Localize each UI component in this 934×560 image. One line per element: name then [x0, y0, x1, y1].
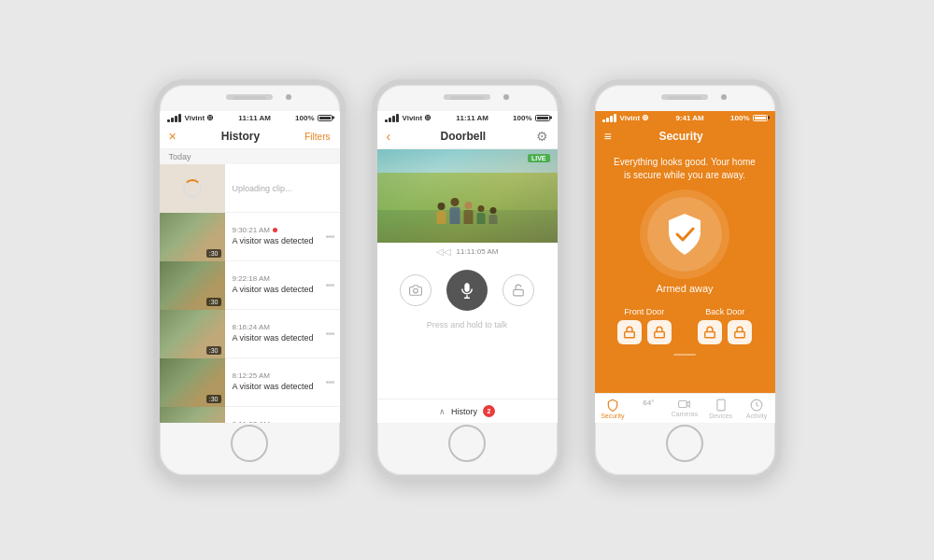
back-button[interactable]: ‹: [387, 129, 391, 144]
recording-dot: [273, 228, 277, 232]
person-figure: [477, 205, 486, 224]
front-door-lock-2[interactable]: [647, 320, 672, 344]
front-door-lock-1[interactable]: [617, 320, 642, 344]
list-item[interactable]: :30 9:30:21 AM A visitor was detected: [160, 213, 340, 261]
item-options[interactable]: [326, 310, 340, 357]
menu-button[interactable]: ≡: [604, 129, 612, 144]
doorbell-controls: [377, 260, 558, 320]
svg-rect-5: [625, 331, 635, 337]
person-figure: [437, 203, 446, 224]
battery-fill: [755, 117, 766, 119]
people-figures: [437, 198, 498, 224]
item-options[interactable]: [326, 213, 340, 260]
camera-button[interactable]: [400, 274, 432, 306]
security-divider: [595, 350, 775, 359]
list-item[interactable]: :30 8:12:25 AM A visitor was detected: [160, 358, 340, 407]
time-label: 9:41 AM: [675, 114, 703, 122]
list-item[interactable]: Uploading clip...: [160, 164, 340, 213]
unlock-button[interactable]: [502, 274, 534, 306]
svg-rect-9: [679, 401, 687, 408]
uploading-text: Uploading clip...: [233, 184, 333, 193]
back-door-group: Back Door: [698, 307, 752, 344]
thermostat-tab-icon: 64°: [643, 399, 654, 407]
microphone-button[interactable]: [446, 270, 488, 311]
phones-container: Vivint ⊕ 11:11 AM 100% × History Filters…: [154, 79, 781, 481]
status-bar-security: Vivint ⊕ 9:41 AM 100%: [595, 111, 775, 124]
history-phone: Vivint ⊕ 11:11 AM 100% × History Filters…: [154, 79, 346, 481]
duration-badge: :30: [206, 346, 221, 355]
activity-tab-icon: [750, 399, 763, 412]
tab-activity[interactable]: Activity: [739, 394, 775, 423]
history-screen: Vivint ⊕ 11:11 AM 100% × History Filters…: [160, 111, 340, 423]
person-figure: [450, 198, 460, 224]
today-section-label: Today: [160, 149, 340, 164]
status-bar-history: Vivint ⊕ 11:11 AM 100%: [160, 111, 340, 124]
tab-devices[interactable]: Devices: [702, 394, 739, 423]
battery-icon: [318, 115, 333, 121]
cameras-tab-label: Cameras: [672, 411, 698, 417]
history-item-info: 8:11:22 AM A visitor was detected: [225, 407, 326, 423]
upload-spinner: [183, 179, 202, 198]
chevron-up-icon: ∧: [439, 407, 446, 416]
back-door-lock-1[interactable]: [698, 320, 722, 344]
doorbell-screen: Vivint ⊕ 11:11 AM 100% ‹ Doorbell ⚙: [377, 111, 558, 423]
list-item[interactable]: :30 8:16:24 AM A visitor was detected: [160, 310, 340, 358]
front-door-locks: [617, 320, 672, 344]
phone-camera-dot: [721, 94, 727, 100]
svg-rect-1: [465, 284, 470, 292]
person-figure: [489, 207, 498, 224]
battery-pct: 100%: [295, 114, 314, 122]
doorbell-video-feed[interactable]: LIVE: [377, 149, 558, 243]
svg-rect-6: [655, 331, 665, 337]
event-description: A visitor was detected: [233, 382, 318, 393]
event-time: 8:12:25 AM: [233, 371, 318, 380]
event-description: A visitor was detected: [233, 333, 318, 344]
upload-info: Uploading clip...: [225, 164, 340, 212]
list-item[interactable]: :30 8:11:22 AM A visitor was detected: [160, 407, 340, 423]
armed-away-label: Armed away: [595, 279, 775, 301]
battery-fill: [537, 117, 548, 119]
phone-camera-dot: [286, 94, 291, 100]
item-options[interactable]: [326, 407, 340, 423]
video-overlay: [377, 149, 558, 243]
signal-bars: [602, 114, 616, 122]
video-timestamp: 11:11:05 AM: [457, 247, 499, 256]
settings-button[interactable]: ⚙: [536, 129, 548, 144]
security-tab-label: Security: [601, 413, 624, 419]
doorbell-phone: Vivint ⊕ 11:11 AM 100% ‹ Doorbell ⚙: [372, 79, 563, 481]
wifi-icon: ⊕: [424, 113, 432, 122]
history-thumbnail: :30: [160, 310, 225, 358]
history-item-info: 9:22:18 AM A visitor was detected: [225, 261, 326, 309]
filters-button[interactable]: Filters: [304, 132, 330, 142]
item-options[interactable]: [326, 261, 340, 309]
shield-circle[interactable]: [647, 197, 722, 272]
battery-pct: 100%: [730, 114, 749, 122]
duration-badge: :30: [206, 395, 221, 403]
security-title: Security: [658, 130, 702, 143]
history-header: × History Filters: [160, 124, 340, 149]
signal-bars: [167, 114, 181, 122]
history-title: History: [221, 130, 260, 143]
list-item[interactable]: :30 9:22:18 AM A visitor was detected: [160, 261, 340, 310]
tab-security[interactable]: Security: [595, 394, 631, 423]
back-door-label: Back Door: [705, 307, 744, 316]
time-label: 11:11 AM: [456, 114, 488, 122]
close-button[interactable]: ×: [169, 129, 177, 144]
history-thumbnail: :30: [160, 261, 225, 310]
back-door-locks: [698, 320, 752, 344]
tab-cameras[interactable]: Cameras: [667, 394, 703, 423]
front-door-group: Front Door: [617, 307, 672, 344]
history-badge-count: 2: [483, 405, 495, 417]
back-door-lock-2[interactable]: [728, 320, 752, 344]
event-description: A visitor was detected: [233, 236, 318, 247]
phone-speaker: [233, 96, 266, 100]
phone-speaker: [668, 96, 701, 100]
item-options[interactable]: [326, 358, 340, 406]
upload-thumb: [160, 164, 225, 213]
battery-icon: [753, 115, 768, 121]
phone-speaker: [450, 96, 484, 100]
history-bottom-bar[interactable]: ∧ History 2: [377, 399, 558, 423]
tab-thermostat[interactable]: 64°: [630, 394, 667, 423]
security-tab-icon: [606, 399, 619, 412]
history-thumbnail: :30: [160, 213, 225, 261]
